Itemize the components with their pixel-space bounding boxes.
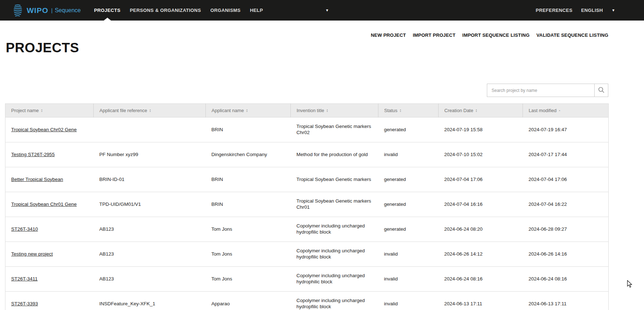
nav-item-help[interactable]: HELP <box>245 0 268 21</box>
table-cell-last-modified: 2024-07-19 16:47 <box>523 118 609 142</box>
project-name-cell: Testing ST26T-2955 <box>5 142 94 167</box>
project-name-cell: ST26T-3410 <box>5 217 94 242</box>
table-cell-applicant-file-reference: AB123 <box>94 242 206 267</box>
sort-both-icon: ▴▾ <box>400 109 401 112</box>
table-row: ST26T-3410AB123Tom JonsCopolymer includi… <box>5 217 609 242</box>
table-cell-applicant-file-reference: PF Number xyz99 <box>94 142 206 167</box>
mouse-cursor-icon <box>627 280 633 289</box>
wipo-sequence-brand[interactable]: WIPO | Sequence <box>13 4 81 17</box>
column-header-status[interactable]: Status▴▾ <box>378 104 439 118</box>
table-row: Tropical Soybean Chr01 GeneTPD-UID/GM01/… <box>5 192 609 217</box>
table-cell-invention-title: Tropical Soybean Genetic markers Chr01 <box>291 192 378 217</box>
column-label: Project name <box>11 108 39 113</box>
nav-item-label: ORGANISMS <box>210 8 241 13</box>
search-icon <box>598 87 605 94</box>
table-row: ST26T-3411AB123Tom JonsCopolymer includi… <box>5 267 609 292</box>
table-cell-applicant-file-reference: AB123 <box>94 217 206 242</box>
nav-item-label: PROJECTS <box>94 8 120 13</box>
validate-sequence-listing-button[interactable]: VALIDATE SEQUENCE LISTING <box>536 32 608 38</box>
table-cell-status: invalid <box>378 292 439 310</box>
column-label: Creation Date <box>444 108 473 113</box>
projects-table: Project name▴▾Applicant file reference▴▾… <box>5 103 608 310</box>
table-cell-status: generated <box>378 167 439 192</box>
table-cell-invention-title: Method for the production of gold <box>291 142 378 167</box>
project-link[interactable]: ST26T-3410 <box>11 226 38 232</box>
table-cell-last-modified: 2024-07-04 16:22 <box>523 192 609 217</box>
project-link[interactable]: Testing ST26T-2955 <box>11 152 55 157</box>
table-cell-last-modified: 2024-06-26 14:16 <box>523 242 609 267</box>
language-label: ENGLISH <box>581 8 603 13</box>
sort-ascending-icon: ▴ <box>559 110 560 111</box>
project-link[interactable]: ST26T-3393 <box>11 301 38 306</box>
nav-item-label: PERSONS & ORGANIZATIONS <box>130 8 201 13</box>
table-row: ST26T-3393INSDFeature_Key-XFK_1ApparaoCo… <box>5 292 609 310</box>
table-cell-creation-date: 2024-07-04 16:16 <box>439 192 523 217</box>
sort-both-icon: ▴▾ <box>150 109 151 112</box>
column-header-project-name[interactable]: Project name▴▾ <box>5 104 94 118</box>
language-selector[interactable]: ENGLISH <box>577 0 608 21</box>
table-cell-status: generated <box>378 217 439 242</box>
table-cell-last-modified: 2024-06-24 08:16 <box>523 267 609 292</box>
brand-divider: | <box>51 7 53 13</box>
top-navbar: WIPO | Sequence PROJECTS PERSONS & ORGAN… <box>0 0 644 21</box>
preferences-button[interactable]: PREFERENCES <box>532 0 577 21</box>
search-input[interactable] <box>487 84 594 97</box>
new-project-button[interactable]: NEW PROJECT <box>371 32 406 38</box>
project-name-cell: ST26T-3411 <box>5 267 94 292</box>
search-button[interactable] <box>594 84 608 97</box>
table-row: Better Tropical SoybeanBRIN-ID-01BRINTro… <box>5 167 609 192</box>
wipo-globe-icon <box>13 4 23 17</box>
project-link[interactable]: Tropical Soybean Chr01 Gene <box>11 201 77 207</box>
table-cell-applicant-file-reference: BRIN-ID-01 <box>94 167 206 192</box>
language-chevron-down-icon[interactable]: ▼ <box>612 8 615 12</box>
column-label: Status <box>384 108 397 113</box>
table-cell-applicant-name: BRIN <box>206 118 291 142</box>
column-header-last-modified[interactable]: Last modified▴ <box>523 104 609 118</box>
project-link[interactable]: Better Tropical Soybean <box>11 177 63 182</box>
table-cell-applicant-file-reference <box>94 118 206 142</box>
table-cell-applicant-file-reference: INSDFeature_Key-XFK_1 <box>94 292 206 310</box>
table-cell-applicant-name: Tom Jons <box>206 217 291 242</box>
table-cell-applicant-name: Dingenskirchen Company <box>206 142 291 167</box>
table-cell-creation-date: 2024-07-19 15:58 <box>439 118 523 142</box>
project-link[interactable]: Testing new project <box>11 251 53 257</box>
table-cell-applicant-name: Apparao <box>206 292 291 310</box>
import-project-button[interactable]: IMPORT PROJECT <box>413 32 455 38</box>
active-tab-notch <box>104 18 111 21</box>
nav-item-persons-organizations[interactable]: PERSONS & ORGANIZATIONS <box>125 0 205 21</box>
sort-both-icon: ▴▾ <box>41 109 43 112</box>
table-cell-last-modified: 2024-07-04 17:06 <box>523 167 609 192</box>
table-cell-creation-date: 2024-06-24 08:20 <box>439 217 523 242</box>
table-header: Project name▴▾Applicant file reference▴▾… <box>5 104 609 118</box>
table-cell-applicant-name: BRIN <box>206 192 291 217</box>
nav-item-projects[interactable]: PROJECTS <box>89 0 125 21</box>
table-cell-invention-title: Copolymer including uncharged hydropfili… <box>291 217 378 242</box>
nav-more-chevron-down-icon[interactable]: ▼ <box>325 8 329 12</box>
table-row: Tropical Soybean Chr02 GeneBRINTropical … <box>5 118 609 142</box>
table-cell-applicant-file-reference: TPD-UID/GM01/V1 <box>94 192 206 217</box>
navbar-right: PREFERENCES ENGLISH ▼ <box>532 0 615 21</box>
preferences-label: PREFERENCES <box>536 8 573 13</box>
column-header-applicant-name[interactable]: Applicant name▴▾ <box>206 104 291 118</box>
table-cell-status: generated <box>378 118 439 142</box>
project-actions: NEW PROJECT IMPORT PROJECT IMPORT SEQUEN… <box>371 32 608 38</box>
column-label: Applicant file reference <box>99 108 147 113</box>
table-cell-status: invalid <box>378 142 439 167</box>
column-header-invention-title[interactable]: Invention title▴▾ <box>291 104 378 118</box>
project-link[interactable]: ST26T-3411 <box>11 276 37 282</box>
project-search <box>487 84 608 97</box>
table-cell-creation-date: 2024-07-04 17:06 <box>439 167 523 192</box>
column-header-applicant-file-reference[interactable]: Applicant file reference▴▾ <box>94 104 206 118</box>
project-name-cell: Better Tropical Soybean <box>5 167 94 192</box>
table-cell-creation-date: 2024-06-24 08:16 <box>439 267 523 292</box>
project-name-cell: ST26T-3393 <box>5 292 94 310</box>
project-link[interactable]: Tropical Soybean Chr02 Gene <box>11 127 77 132</box>
page-title: PROJECTS <box>6 40 79 56</box>
import-sequence-listing-button[interactable]: IMPORT SEQUENCE LISTING <box>462 32 530 38</box>
table-cell-last-modified: 2024-06-28 09:27 <box>523 217 609 242</box>
nav-item-organisms[interactable]: ORGANISMS <box>206 0 245 21</box>
table-cell-applicant-name: Tom Jons <box>206 267 291 292</box>
table-cell-invention-title: Copolymer including uncharged hydropfili… <box>291 242 378 267</box>
project-name-cell: Tropical Soybean Chr02 Gene <box>5 118 94 142</box>
column-header-creation-date[interactable]: Creation Date▴▾ <box>439 104 523 118</box>
